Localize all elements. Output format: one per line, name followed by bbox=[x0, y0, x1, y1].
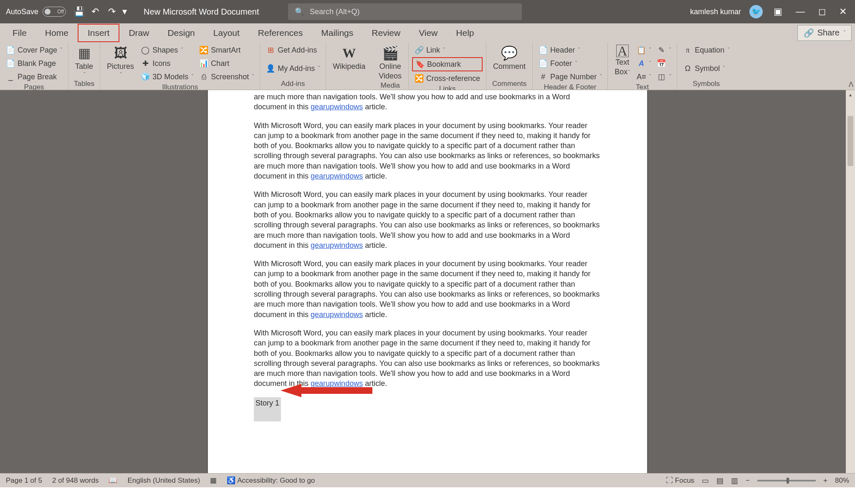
search-placeholder: Search (Alt+Q) bbox=[310, 8, 360, 16]
read-mode-icon[interactable]: ▭ bbox=[702, 476, 709, 485]
wikipedia-button[interactable]: W Wikipedia bbox=[329, 44, 369, 72]
link-icon: 🔗 bbox=[415, 45, 424, 55]
paragraph[interactable]: With Microsoft Word, you can easily mark… bbox=[254, 189, 601, 250]
focus-button[interactable]: ⛶ Focus bbox=[666, 476, 694, 485]
story-heading[interactable]: Story 1 bbox=[254, 397, 281, 421]
3d-models-icon: 🧊 bbox=[141, 72, 150, 81]
link[interactable]: gearupwindows bbox=[311, 310, 363, 319]
status-language[interactable]: English (United States) bbox=[127, 476, 200, 485]
pictures-icon: 🖼 bbox=[112, 45, 129, 61]
collapse-ribbon-icon[interactable]: ᐱ bbox=[849, 81, 853, 88]
paragraph[interactable]: With Microsoft Word, you can easily mark… bbox=[254, 328, 601, 389]
footer-button[interactable]: 📄Footerˇ bbox=[536, 57, 604, 70]
quick-parts-button[interactable]: 📋ˇ bbox=[634, 44, 653, 56]
tab-references[interactable]: References bbox=[249, 25, 312, 41]
tab-layout[interactable]: Layout bbox=[204, 25, 249, 41]
tab-mailings[interactable]: Mailings bbox=[312, 25, 362, 41]
document-page[interactable]: are much more than navigation tools. We'… bbox=[208, 90, 647, 473]
smartart-button[interactable]: 🔀SmartArt bbox=[197, 44, 256, 56]
paragraph[interactable]: With Microsoft Word, you can easily mark… bbox=[254, 259, 601, 320]
chart-icon: 📊 bbox=[199, 59, 208, 68]
customize-qat-icon[interactable]: ▾ bbox=[122, 6, 127, 17]
share-button[interactable]: 🔗 Share ˇ bbox=[797, 25, 852, 41]
cover-page-button[interactable]: 📄Cover Pageˇ bbox=[3, 44, 65, 56]
vertical-scrollbar[interactable]: ▴ bbox=[846, 90, 855, 473]
undo-icon[interactable]: ↶ˇ bbox=[91, 6, 101, 17]
page-break-button[interactable]: ⎯Page Break bbox=[3, 71, 65, 83]
paragraph[interactable]: are much more than navigation tools. We'… bbox=[254, 92, 601, 112]
blank-page-icon: 📄 bbox=[6, 59, 15, 68]
scroll-up-icon[interactable]: ▴ bbox=[846, 90, 855, 99]
status-accessibility[interactable]: ♿ Accessibility: Good to go bbox=[227, 476, 315, 485]
pictures-button[interactable]: 🖼 Picturesˇ bbox=[104, 44, 137, 78]
status-words[interactable]: 2 of 948 words bbox=[52, 476, 99, 485]
link[interactable]: gearupwindows bbox=[311, 241, 363, 249]
autosave-control[interactable]: AutoSave Off bbox=[6, 7, 66, 17]
document-title[interactable]: New Microsoft Word Document ∨ bbox=[144, 7, 267, 17]
symbol-button[interactable]: ΩSymbolˇ bbox=[680, 62, 732, 75]
group-tables: ▦ Tableˇ Tables bbox=[68, 42, 100, 90]
online-videos-button[interactable]: 🎬 Online Videos bbox=[375, 44, 405, 81]
drop-cap-button[interactable]: A≡ˇ bbox=[634, 71, 653, 83]
tab-design[interactable]: Design bbox=[158, 25, 204, 41]
status-page[interactable]: Page 1 of 5 bbox=[6, 476, 42, 485]
minimize-icon[interactable]: — bbox=[793, 6, 807, 17]
tab-review[interactable]: Review bbox=[362, 25, 410, 41]
maximize-icon[interactable]: ◻ bbox=[816, 6, 828, 17]
bookmark-button[interactable]: 🔖Bookmark bbox=[412, 57, 483, 71]
zoom-slider[interactable] bbox=[757, 480, 816, 481]
tab-draw[interactable]: Draw bbox=[119, 25, 158, 41]
shapes-button[interactable]: ◯Shapesˇ bbox=[138, 44, 196, 56]
my-addins-button[interactable]: 👤My Add-insˇ bbox=[263, 62, 322, 75]
user-avatar-icon[interactable]: 🐦 bbox=[749, 5, 763, 18]
paragraph[interactable]: With Microsoft Word, you can easily mark… bbox=[254, 121, 601, 181]
search-input[interactable]: 🔍 Search (Alt+Q) bbox=[288, 3, 522, 20]
web-layout-icon[interactable]: ▥ bbox=[731, 476, 738, 485]
date-time-icon: 📅 bbox=[657, 59, 666, 68]
quick-parts-icon: 📋 bbox=[637, 45, 646, 55]
equation-button[interactable]: πEquationˇ bbox=[680, 44, 732, 56]
print-layout-icon[interactable]: ▤ bbox=[716, 476, 723, 485]
header-button[interactable]: 📄Headerˇ bbox=[536, 44, 604, 56]
page-number-button[interactable]: #Page Numberˇ bbox=[536, 71, 604, 83]
spelling-icon[interactable]: 📖 bbox=[109, 476, 117, 485]
tab-home[interactable]: Home bbox=[36, 25, 78, 41]
zoom-in-icon[interactable]: + bbox=[823, 476, 827, 485]
accessibility-icon: ♿ bbox=[227, 476, 235, 484]
date-time-button[interactable]: 📅 bbox=[654, 57, 673, 70]
icons-button[interactable]: ✚Icons bbox=[138, 57, 196, 70]
table-button[interactable]: ▦ Tableˇ bbox=[72, 44, 96, 78]
screenshot-button[interactable]: ⎙Screenshotˇ bbox=[197, 71, 256, 83]
cross-reference-button[interactable]: 🔀Cross-reference bbox=[412, 72, 483, 85]
tab-view[interactable]: View bbox=[410, 25, 447, 41]
signature-line-button[interactable]: ✎ˇ bbox=[654, 44, 673, 56]
autosave-toggle[interactable]: Off bbox=[43, 7, 66, 17]
autosave-label: AutoSave bbox=[6, 8, 38, 16]
get-addins-button[interactable]: ⊞Get Add-ins bbox=[263, 44, 322, 56]
ribbon-display-icon[interactable]: ▣ bbox=[771, 6, 785, 17]
cover-page-icon: 📄 bbox=[6, 45, 15, 55]
wordart-button[interactable]: Aˇ bbox=[634, 57, 653, 70]
header-icon: 📄 bbox=[539, 45, 548, 55]
comment-button[interactable]: 💬 Comment bbox=[490, 44, 529, 72]
link[interactable]: gearupwindows bbox=[311, 172, 363, 180]
scrollbar-thumb[interactable] bbox=[847, 116, 853, 166]
link-button[interactable]: 🔗Linkˇ bbox=[412, 44, 483, 56]
wordart-icon: A bbox=[637, 59, 646, 68]
chart-button[interactable]: 📊Chart bbox=[197, 57, 256, 70]
zoom-level[interactable]: 80% bbox=[835, 476, 849, 485]
redo-icon[interactable]: ↷ bbox=[108, 6, 116, 17]
text-box-button[interactable]: A Text Boxˇ bbox=[611, 44, 633, 77]
object-button[interactable]: ◫ˇ bbox=[654, 71, 673, 83]
tab-help[interactable]: Help bbox=[447, 25, 483, 41]
3d-models-button[interactable]: 🧊3D Modelsˇ bbox=[138, 71, 196, 83]
close-icon[interactable]: ✕ bbox=[837, 6, 849, 17]
link[interactable]: gearupwindows bbox=[311, 103, 363, 111]
user-name[interactable]: kamlesh kumar bbox=[690, 8, 741, 16]
zoom-out-icon[interactable]: − bbox=[746, 476, 750, 485]
macro-icon[interactable]: ▦ bbox=[210, 476, 217, 485]
tab-insert[interactable]: Insert bbox=[78, 24, 120, 42]
tab-file[interactable]: File bbox=[3, 25, 36, 41]
blank-page-button[interactable]: 📄Blank Page bbox=[3, 57, 65, 70]
save-icon[interactable]: 💾 bbox=[73, 6, 85, 17]
